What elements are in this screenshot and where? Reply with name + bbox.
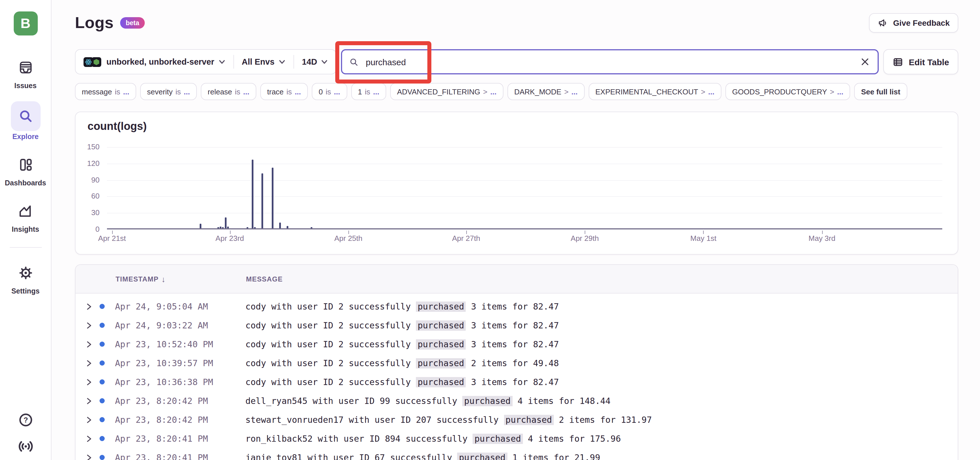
edit-table-button[interactable]: Edit Table bbox=[884, 49, 958, 74]
clear-search-icon[interactable] bbox=[861, 57, 870, 66]
expand-row-chevron-icon[interactable] bbox=[86, 415, 94, 424]
chart-bar bbox=[311, 227, 312, 228]
sidebar-item-settings[interactable]: Settings bbox=[11, 260, 40, 295]
gridline bbox=[107, 180, 942, 180]
filter-chip-value: ... bbox=[294, 87, 301, 96]
sidebar-item-issues[interactable]: Issues bbox=[13, 55, 38, 90]
log-table-row[interactable]: Apr 23, 10:36:38 PMcody with user ID 2 s… bbox=[76, 372, 958, 392]
expand-row-chevron-icon[interactable] bbox=[86, 454, 94, 460]
log-table-row[interactable]: Apr 24, 9:05:04 AMcody with user ID 2 su… bbox=[76, 297, 958, 316]
filter-chip[interactable]: severityis... bbox=[140, 83, 197, 100]
log-message: janie_toy81 with user ID 67 successfully… bbox=[245, 452, 600, 460]
log-table-row[interactable]: Apr 23, 8:20:42 PMdell_ryan545 with user… bbox=[76, 392, 958, 410]
filter-chip-value: ... bbox=[708, 87, 714, 96]
org-avatar[interactable]: B bbox=[13, 11, 37, 35]
filter-chip[interactable]: ADVANCED_FILTERING>... bbox=[390, 83, 503, 100]
chart-plot-area[interactable] bbox=[107, 147, 942, 229]
log-table-row[interactable]: Apr 23, 10:52:40 PMcody with user ID 2 s… bbox=[76, 335, 958, 353]
y-axis-tick-label: 120 bbox=[77, 159, 100, 168]
log-message-text: 4 items for 148.44 bbox=[512, 396, 611, 406]
x-axis-tick bbox=[230, 231, 230, 234]
log-count-chart: count(logs) 0306090120150 Apr 21stApr 23… bbox=[75, 111, 958, 255]
search-match-highlight: purchased bbox=[416, 377, 466, 387]
search-match-highlight: purchased bbox=[473, 433, 523, 444]
log-table-row[interactable]: Apr 23, 10:39:57 PMcody with user ID 2 s… bbox=[76, 353, 958, 372]
expand-row-chevron-icon[interactable] bbox=[86, 302, 94, 310]
sidebar-divider bbox=[10, 247, 41, 248]
filter-chip-key: 0 bbox=[319, 87, 323, 96]
project-selector[interactable]: unborked, unborked-server bbox=[76, 50, 233, 74]
x-axis-tick bbox=[703, 231, 704, 234]
filter-chip[interactable]: releaseis... bbox=[201, 83, 256, 100]
filter-chip-operator: > bbox=[701, 87, 705, 96]
expand-row-chevron-icon[interactable] bbox=[86, 359, 94, 367]
chart-bar bbox=[254, 227, 256, 228]
expand-row-chevron-icon[interactable] bbox=[86, 378, 94, 386]
severity-dot bbox=[100, 417, 105, 422]
give-feedback-button[interactable]: Give Feedback bbox=[869, 13, 958, 33]
sidebar: B Issues Explore bbox=[0, 0, 51, 460]
expand-row-chevron-icon[interactable] bbox=[86, 435, 94, 442]
sidebar-item-insights[interactable]: Insights bbox=[12, 199, 39, 234]
sidebar-item-dashboards[interactable]: Dashboards bbox=[5, 152, 46, 187]
chart-bar bbox=[200, 224, 201, 228]
log-message-text: 2 items for 131.97 bbox=[554, 414, 652, 425]
filter-chip-key: 1 bbox=[358, 87, 362, 96]
see-full-list-button[interactable]: See full list bbox=[854, 83, 907, 100]
x-axis-tick-label: Apr 29th bbox=[571, 234, 599, 243]
gridline bbox=[107, 197, 942, 197]
log-message-text: cody with user ID 2 successfully bbox=[245, 301, 416, 312]
table-icon bbox=[893, 56, 904, 67]
log-table-row[interactable]: Apr 24, 9:03:22 AMcody with user ID 2 su… bbox=[76, 316, 958, 335]
column-header-message[interactable]: MESSAGE bbox=[246, 275, 283, 283]
help-button[interactable]: ? bbox=[18, 412, 33, 428]
chart-bar bbox=[220, 226, 221, 228]
log-table-row[interactable]: Apr 23, 8:20:41 PMron_kilback52 with use… bbox=[76, 429, 958, 448]
severity-dot bbox=[100, 379, 105, 385]
y-axis-tick-label: 30 bbox=[77, 208, 100, 217]
x-axis-tick bbox=[822, 231, 822, 234]
filter-chip[interactable]: DARK_MODE>... bbox=[508, 83, 585, 100]
dashboards-grid-icon bbox=[13, 152, 38, 177]
filter-chip[interactable]: 1is... bbox=[351, 83, 386, 100]
filter-chip-key: GOODS_PRODUCTQUERY bbox=[732, 87, 827, 96]
severity-dot bbox=[100, 398, 105, 403]
issues-inbox-icon bbox=[13, 55, 38, 80]
date-range-selector[interactable]: 14D bbox=[294, 50, 336, 74]
chart-bar bbox=[222, 227, 224, 228]
log-table-row[interactable]: Apr 23, 8:20:41 PMjanie_toy81 with user … bbox=[76, 448, 958, 460]
filter-chip[interactable]: traceis... bbox=[260, 83, 308, 100]
expand-row-chevron-icon[interactable] bbox=[86, 397, 94, 405]
filter-chip-operator: is bbox=[176, 87, 181, 96]
severity-dot bbox=[100, 455, 105, 460]
log-message: ron_kilback52 with user ID 894 successfu… bbox=[245, 433, 621, 444]
filter-chip[interactable]: messageis... bbox=[75, 83, 136, 100]
sidebar-item-explore[interactable]: Explore bbox=[11, 101, 40, 141]
page-title: Logs bbox=[75, 14, 114, 32]
filter-chip-key: message bbox=[82, 87, 112, 96]
logs-table: TIMESTAMP ↓ MESSAGE Apr 24, 9:05:04 AMco… bbox=[75, 264, 958, 460]
project-platform-icons bbox=[84, 57, 101, 67]
filter-chip[interactable]: EXPERIMENTAL_CHECKOUT>... bbox=[589, 83, 721, 100]
settings-gear-icon bbox=[13, 260, 38, 285]
log-message-text: 3 items for 82.47 bbox=[466, 377, 559, 387]
search-input[interactable] bbox=[365, 56, 861, 67]
whats-new-broadcast-icon[interactable] bbox=[17, 437, 34, 454]
column-header-timestamp[interactable]: TIMESTAMP ↓ bbox=[116, 274, 246, 283]
filter-chip[interactable]: 0is... bbox=[312, 83, 347, 100]
log-message: cody with user ID 2 successfully purchas… bbox=[245, 358, 559, 368]
log-table-row[interactable]: Apr 23, 8:20:42 PMstewart_vonrueden17 wi… bbox=[76, 410, 958, 429]
log-message-text: dell_ryan545 with user ID 99 successfull… bbox=[245, 396, 463, 406]
log-message-text: janie_toy81 with user ID 67 successfully bbox=[245, 452, 457, 460]
gridline bbox=[107, 164, 942, 164]
sidebar-item-label: Settings bbox=[11, 287, 40, 295]
filter-chip[interactable]: GOODS_PRODUCTQUERY>... bbox=[725, 83, 850, 100]
environment-selector[interactable]: All Envs bbox=[234, 50, 293, 74]
search-match-highlight: purchased bbox=[504, 414, 554, 425]
x-axis-tick bbox=[466, 231, 467, 234]
expand-row-chevron-icon[interactable] bbox=[86, 340, 94, 348]
log-timestamp: Apr 23, 10:39:57 PM bbox=[115, 358, 245, 368]
expand-row-chevron-icon[interactable] bbox=[86, 321, 94, 329]
page-header: Logs beta Give Feedback bbox=[75, 11, 958, 34]
filter-chips-row: messageis...severityis...releaseis...tra… bbox=[75, 83, 980, 100]
